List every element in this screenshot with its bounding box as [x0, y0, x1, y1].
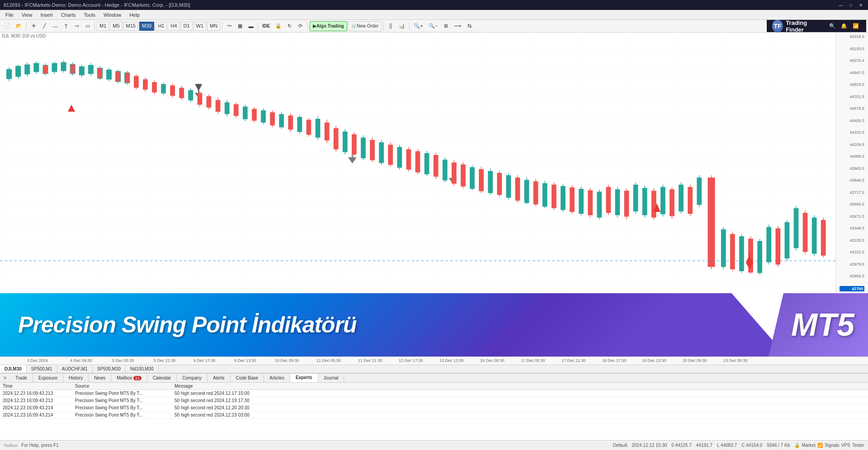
tick-chart-button[interactable]: 📊 [396, 21, 407, 31]
chart-area[interactable]: DJI, M30: DJI vs USD [0, 33, 868, 357]
notification-icon[interactable]: 🔔 [839, 21, 849, 31]
grid-button[interactable]: ⊞ [441, 21, 451, 31]
tab-trade[interactable]: Trade [10, 374, 33, 382]
panel-close-button[interactable]: ✕ [1, 375, 9, 382]
new-order-button[interactable]: 🛒 New Order [348, 21, 382, 31]
banner-title: Precision Swing Point İndikatörü [18, 312, 357, 338]
svg-rect-18 [79, 66, 84, 75]
price-42979: 42979.5 [840, 262, 864, 267]
tab-journal[interactable]: Journal [318, 374, 344, 382]
tick-6dec: 6 Dec 17:30 [193, 358, 216, 363]
tab-exposure[interactable]: Exposure [33, 374, 63, 382]
sync-button[interactable]: ⇆ [464, 21, 474, 31]
tab-sp500-m1[interactable]: SP500,M1 [27, 365, 57, 373]
minimize-button[interactable]: — [837, 1, 844, 9]
refresh2-button[interactable]: ⟳ [296, 21, 306, 31]
svg-rect-180 [785, 222, 790, 258]
menu-charts[interactable]: Charts [57, 11, 79, 19]
tf-h4[interactable]: H4 [168, 22, 179, 31]
menu-window[interactable]: Window [100, 11, 125, 19]
ide-button[interactable]: IDE [260, 21, 272, 31]
tab-history[interactable]: History [63, 374, 89, 382]
arrow-button[interactable]: ⇨ [72, 21, 82, 31]
svg-rect-174 [757, 241, 762, 273]
col-source: Source [72, 383, 172, 390]
zoom-out-button[interactable]: 🔍− [426, 21, 440, 31]
menu-file[interactable]: File [2, 11, 17, 19]
cell-message: 50 high second red 2024.12.17 15:00 [172, 390, 868, 397]
vps-label[interactable]: VPS [841, 443, 850, 448]
close-button[interactable]: ✕ [857, 1, 864, 9]
table-row: 2024.12.23 16:09:43.214 Precision Swing … [0, 412, 868, 419]
tab-articles[interactable]: Articles [264, 374, 290, 382]
tick-5dec-b: 5 Dec 21:30 [154, 358, 176, 363]
menu-help[interactable]: Help [126, 11, 143, 19]
search-icon[interactable]: 🔍 [827, 21, 837, 31]
tab-alerts[interactable]: Alerts [208, 374, 231, 382]
market-label[interactable]: Market [802, 443, 816, 448]
svg-rect-34 [152, 82, 157, 93]
bottom-tabs: ✕ Trade Exposure History News Mailbox 11… [0, 374, 868, 383]
tab-company[interactable]: Company [177, 374, 208, 382]
hline-button[interactable]: — [50, 21, 60, 31]
price-44947: 44947.5 [840, 70, 864, 75]
tf-m15[interactable]: M15 [123, 22, 138, 31]
tf-m5[interactable]: M5 [110, 22, 122, 31]
autoscroll-button[interactable]: ⟶ [452, 21, 463, 31]
svg-rect-178 [775, 228, 780, 264]
tf-d1[interactable]: D1 [181, 22, 193, 31]
bar-chart-button[interactable]: ▦ [235, 21, 245, 31]
separator-7 [409, 22, 410, 30]
chart-type-button[interactable]: 〜 [224, 21, 234, 31]
tester-label[interactable]: Tester [852, 443, 864, 448]
algo-trading-button[interactable]: ▶ Algo Trading [310, 21, 347, 31]
tick-17dec-b: 17 Dec 21:30 [561, 358, 586, 363]
tab-code-base[interactable]: Code Base [231, 374, 264, 382]
menu-insert[interactable]: Insert [37, 11, 57, 19]
status-right: Default 2024.12.12 15:30 0 44125.7 44191… [613, 443, 864, 448]
new-chart-button[interactable]: 📄 [2, 21, 13, 31]
depth-button[interactable]: ⣿ [386, 21, 396, 31]
svg-rect-16 [70, 64, 75, 74]
tf-m30[interactable]: M30 [139, 22, 154, 31]
zoom-in-button[interactable]: 🔍+ [411, 21, 425, 31]
tab-experts[interactable]: Experts [290, 374, 318, 382]
line-button[interactable]: ╱ [39, 21, 49, 31]
tab-mailbox[interactable]: Mailbox 11 [111, 374, 147, 382]
signals-label[interactable]: Signals [825, 443, 840, 448]
svg-rect-22 [98, 68, 103, 79]
price-43840: 43840.5 [840, 178, 864, 183]
signal-icon[interactable]: 📶 [851, 21, 861, 31]
svg-rect-124 [533, 181, 538, 204]
crosshair-button[interactable]: ✛ [28, 21, 38, 31]
tf-h1[interactable]: H1 [155, 22, 167, 31]
text-button[interactable]: T [61, 21, 71, 31]
line-chart-button[interactable]: ▬ [246, 21, 256, 31]
menu-bar: File View Insert Charts Tools Window Hel… [0, 10, 868, 20]
tab-calendar[interactable]: Calendar [147, 374, 177, 382]
menu-view[interactable]: View [18, 11, 36, 19]
tf-m1[interactable]: M1 [97, 22, 109, 31]
price-43102: 43102.5 [840, 250, 864, 254]
lock-button[interactable]: 🔒 [273, 21, 284, 31]
svg-rect-132 [570, 188, 575, 212]
svg-rect-157 [679, 185, 684, 211]
tf-mn[interactable]: MN [207, 22, 220, 31]
help-text: For Help, press F1 [21, 443, 59, 448]
tab-audchf-m1[interactable]: AUDCHF,M1 [57, 365, 93, 373]
tab-sp500-m30[interactable]: SP500,M30 [93, 365, 126, 373]
tab-dji-m30[interactable]: DJI,M30 [0, 365, 27, 373]
price-45193: 45193.5 [840, 47, 864, 51]
svg-rect-40 [179, 88, 184, 98]
shapes-button[interactable]: ▭ [83, 21, 93, 31]
menu-tools[interactable]: Tools [80, 11, 99, 19]
maximize-button[interactable]: □ [847, 1, 854, 9]
svg-rect-42 [188, 90, 193, 100]
tab-nd100-m30[interactable]: Nd100,M30 [126, 365, 159, 373]
price3-label: L 44083.7 [717, 443, 737, 448]
open-button[interactable]: 📂 [14, 21, 24, 31]
tab-news[interactable]: News [89, 374, 111, 382]
refresh-button[interactable]: ↻ [285, 21, 295, 31]
svg-rect-26 [116, 71, 121, 82]
tf-w1[interactable]: W1 [193, 22, 207, 31]
